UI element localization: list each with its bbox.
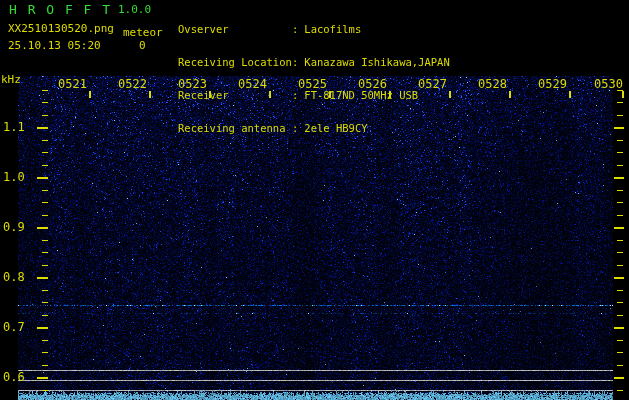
- info-separator: :: [292, 122, 298, 134]
- freq-label: 0.8: [3, 271, 25, 283]
- meteor-count: 0: [139, 40, 146, 51]
- time-label: 0526: [358, 78, 387, 90]
- time-label: 0529: [538, 78, 567, 90]
- output-filename: XX2510130520.png: [8, 23, 114, 34]
- freq-label: 1.0: [3, 171, 25, 183]
- time-label: 0522: [118, 78, 147, 90]
- info-row: Ovserver:Lacofilms: [178, 24, 450, 36]
- info-label: Receiving antenna: [178, 123, 292, 134]
- time-label: 0523: [178, 78, 207, 90]
- time-label: 0528: [478, 78, 507, 90]
- info-value: Kanazawa Ishikawa,JAPAN: [304, 56, 449, 68]
- time-label: 0521: [58, 78, 87, 90]
- mode-label: meteor: [123, 27, 163, 38]
- freq-label: 0.6: [3, 371, 25, 383]
- freq-label: 0.9: [3, 221, 25, 233]
- time-label: 0524: [238, 78, 267, 90]
- info-row: Receiving antenna:2ele HB9CY: [178, 123, 450, 135]
- app-title: H R O F F T: [9, 3, 112, 16]
- info-separator: :: [292, 23, 298, 35]
- info-value: 2ele HB9CY: [304, 122, 367, 134]
- datetime-label: 25.10.13 05:20: [8, 40, 101, 51]
- freq-label: 1.1: [3, 121, 25, 133]
- info-label: Ovserver: [178, 24, 292, 35]
- app-version: 1.0.0: [118, 4, 151, 15]
- time-label: 0530: [594, 78, 623, 90]
- freq-label: 0.7: [3, 321, 25, 333]
- info-separator: :: [292, 56, 298, 68]
- hrofft-window: H R O F F T 1.0.0 XX2510130520.png meteo…: [0, 0, 629, 400]
- info-value: Lacofilms: [304, 23, 361, 35]
- time-label: 0525: [298, 78, 327, 90]
- info-label: Receiving Location: [178, 57, 292, 68]
- time-label: 0527: [418, 78, 447, 90]
- info-label: Receiver: [178, 90, 292, 101]
- info-row: ReceiverFT-817ND 50MHz USB:FT-817ND 50MH…: [178, 90, 450, 102]
- info-row: Receiving Location:Kanazawa Ishikawa,JAP…: [178, 57, 450, 69]
- freq-unit-label: kHz: [1, 74, 21, 85]
